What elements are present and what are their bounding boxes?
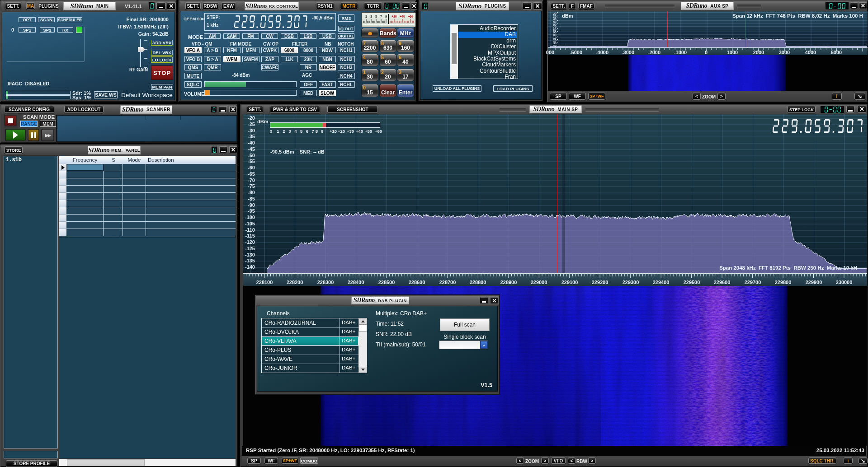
svg-text:+60: +60 — [408, 15, 413, 18]
svg-text:9: 9 — [385, 15, 387, 18]
svg-text:7: 7 — [380, 15, 382, 18]
svg-text:+20: +20 — [392, 15, 396, 18]
svg-text:5: 5 — [375, 15, 377, 18]
svg-text:1: 1 — [365, 15, 367, 18]
svg-text:+40: +40 — [400, 15, 405, 18]
svg-text:3: 3 — [370, 15, 372, 18]
